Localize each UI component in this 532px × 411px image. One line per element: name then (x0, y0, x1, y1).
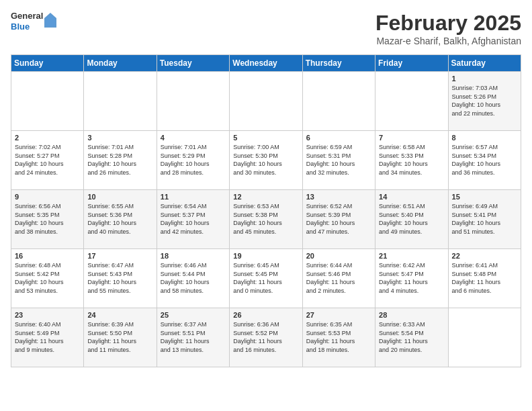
day-number: 22 (452, 252, 517, 260)
day-info: Sunrise: 6:48 AM Sunset: 5:42 PM Dayligh… (15, 261, 80, 295)
day-number: 11 (161, 193, 226, 201)
calendar-day-cell: 8Sunrise: 6:57 AM Sunset: 5:34 PM Daylig… (448, 131, 521, 190)
day-number: 6 (306, 134, 371, 142)
day-info: Sunrise: 6:40 AM Sunset: 5:49 PM Dayligh… (15, 320, 80, 354)
day-info: Sunrise: 6:41 AM Sunset: 5:48 PM Dayligh… (452, 261, 517, 295)
calendar-day-cell: 12Sunrise: 6:53 AM Sunset: 5:38 PM Dayli… (230, 190, 302, 249)
day-of-week-header: Thursday (302, 55, 375, 72)
logo-general: General (11, 11, 43, 21)
calendar-day-cell: 7Sunrise: 6:58 AM Sunset: 5:33 PM Daylig… (375, 131, 448, 190)
calendar-day-cell: 11Sunrise: 6:54 AM Sunset: 5:37 PM Dayli… (157, 190, 229, 249)
day-info: Sunrise: 7:00 AM Sunset: 5:30 PM Dayligh… (233, 143, 298, 177)
calendar-day-cell: 16Sunrise: 6:48 AM Sunset: 5:42 PM Dayli… (11, 249, 84, 308)
day-number: 20 (306, 252, 371, 260)
day-info: Sunrise: 6:49 AM Sunset: 5:41 PM Dayligh… (452, 202, 517, 236)
calendar-day-cell: 25Sunrise: 6:37 AM Sunset: 5:51 PM Dayli… (157, 308, 229, 367)
day-number: 9 (15, 193, 80, 201)
calendar-day-cell (230, 72, 302, 131)
day-number: 24 (87, 311, 152, 319)
calendar-day-cell: 18Sunrise: 6:46 AM Sunset: 5:44 PM Dayli… (157, 249, 229, 308)
calendar-day-cell: 15Sunrise: 6:49 AM Sunset: 5:41 PM Dayli… (448, 190, 521, 249)
day-info: Sunrise: 6:54 AM Sunset: 5:37 PM Dayligh… (161, 202, 226, 236)
calendar-table: SundayMondayTuesdayWednesdayThursdayFrid… (11, 54, 521, 367)
day-number: 25 (161, 311, 226, 319)
day-info: Sunrise: 6:53 AM Sunset: 5:38 PM Dayligh… (233, 202, 298, 236)
day-info: Sunrise: 6:57 AM Sunset: 5:34 PM Dayligh… (452, 143, 517, 177)
day-info: Sunrise: 6:39 AM Sunset: 5:50 PM Dayligh… (87, 320, 152, 354)
calendar-day-cell: 6Sunrise: 6:59 AM Sunset: 5:31 PM Daylig… (302, 131, 375, 190)
day-info: Sunrise: 6:59 AM Sunset: 5:31 PM Dayligh… (306, 143, 371, 177)
calendar-day-cell: 28Sunrise: 6:33 AM Sunset: 5:54 PM Dayli… (375, 308, 448, 367)
day-info: Sunrise: 6:33 AM Sunset: 5:54 PM Dayligh… (379, 320, 444, 354)
day-number: 13 (306, 193, 371, 201)
calendar-day-cell: 17Sunrise: 6:47 AM Sunset: 5:43 PM Dayli… (84, 249, 157, 308)
day-number: 10 (87, 193, 152, 201)
day-info: Sunrise: 7:02 AM Sunset: 5:27 PM Dayligh… (15, 143, 80, 177)
day-info: Sunrise: 6:37 AM Sunset: 5:51 PM Dayligh… (161, 320, 226, 354)
day-of-week-header: Sunday (11, 55, 84, 72)
day-number: 16 (15, 252, 80, 260)
calendar-day-cell: 14Sunrise: 6:51 AM Sunset: 5:40 PM Dayli… (375, 190, 448, 249)
day-number: 1 (452, 75, 517, 83)
calendar-day-cell (84, 72, 157, 131)
day-number: 8 (452, 134, 517, 142)
day-info: Sunrise: 7:03 AM Sunset: 5:26 PM Dayligh… (452, 84, 517, 118)
logo-blue: Blue (11, 21, 43, 32)
day-info: Sunrise: 6:36 AM Sunset: 5:52 PM Dayligh… (233, 320, 298, 354)
day-info: Sunrise: 6:45 AM Sunset: 5:45 PM Dayligh… (233, 261, 298, 295)
day-info: Sunrise: 6:58 AM Sunset: 5:33 PM Dayligh… (379, 143, 444, 177)
calendar-day-cell (157, 72, 229, 131)
calendar-day-cell (11, 72, 84, 131)
calendar-day-cell: 22Sunrise: 6:41 AM Sunset: 5:48 PM Dayli… (448, 249, 521, 308)
calendar-day-cell: 13Sunrise: 6:52 AM Sunset: 5:39 PM Dayli… (302, 190, 375, 249)
month-title: February 2025 (375, 11, 521, 36)
calendar-week-row: 1Sunrise: 7:03 AM Sunset: 5:26 PM Daylig… (11, 72, 521, 131)
calendar-day-cell: 4Sunrise: 7:01 AM Sunset: 5:29 PM Daylig… (157, 131, 229, 190)
day-info: Sunrise: 6:47 AM Sunset: 5:43 PM Dayligh… (87, 261, 152, 295)
calendar-week-row: 23Sunrise: 6:40 AM Sunset: 5:49 PM Dayli… (11, 308, 521, 367)
day-number: 12 (233, 193, 298, 201)
calendar-day-cell: 3Sunrise: 7:01 AM Sunset: 5:28 PM Daylig… (84, 131, 157, 190)
day-number: 27 (306, 311, 371, 319)
calendar-day-cell: 20Sunrise: 6:44 AM Sunset: 5:46 PM Dayli… (302, 249, 375, 308)
day-number: 14 (379, 193, 444, 201)
day-info: Sunrise: 7:01 AM Sunset: 5:29 PM Dayligh… (161, 143, 226, 177)
day-info: Sunrise: 6:52 AM Sunset: 5:39 PM Dayligh… (306, 202, 371, 236)
calendar-day-cell (375, 72, 448, 131)
location-title: Mazar-e Sharif, Balkh, Afghanistan (375, 36, 521, 46)
calendar-week-row: 16Sunrise: 6:48 AM Sunset: 5:42 PM Dayli… (11, 249, 521, 308)
calendar-day-cell: 1Sunrise: 7:03 AM Sunset: 5:26 PM Daylig… (448, 72, 521, 131)
day-number: 4 (161, 134, 226, 142)
calendar-week-row: 2Sunrise: 7:02 AM Sunset: 5:27 PM Daylig… (11, 131, 521, 190)
calendar-day-cell: 24Sunrise: 6:39 AM Sunset: 5:50 PM Dayli… (84, 308, 157, 367)
day-of-week-header: Friday (375, 55, 448, 72)
day-number: 2 (15, 134, 80, 142)
day-info: Sunrise: 6:46 AM Sunset: 5:44 PM Dayligh… (161, 261, 226, 295)
calendar-day-cell: 5Sunrise: 7:00 AM Sunset: 5:30 PM Daylig… (230, 131, 302, 190)
day-number: 21 (379, 252, 444, 260)
title-block: February 2025 Mazar-e Sharif, Balkh, Afg… (375, 11, 521, 46)
calendar-day-cell: 23Sunrise: 6:40 AM Sunset: 5:49 PM Dayli… (11, 308, 84, 367)
calendar-day-cell: 19Sunrise: 6:45 AM Sunset: 5:45 PM Dayli… (230, 249, 302, 308)
day-info: Sunrise: 6:55 AM Sunset: 5:36 PM Dayligh… (87, 202, 152, 236)
calendar-header-row: SundayMondayTuesdayWednesdayThursdayFrid… (11, 55, 521, 72)
logo: General Blue (11, 11, 56, 32)
day-info: Sunrise: 6:42 AM Sunset: 5:47 PM Dayligh… (379, 261, 444, 295)
calendar-day-cell (302, 72, 375, 131)
calendar-day-cell (448, 308, 521, 367)
day-info: Sunrise: 7:01 AM Sunset: 5:28 PM Dayligh… (87, 143, 152, 177)
day-number: 26 (233, 311, 298, 319)
calendar-day-cell: 10Sunrise: 6:55 AM Sunset: 5:36 PM Dayli… (84, 190, 157, 249)
calendar-day-cell: 26Sunrise: 6:36 AM Sunset: 5:52 PM Dayli… (230, 308, 302, 367)
day-number: 18 (161, 252, 226, 260)
calendar-day-cell: 27Sunrise: 6:35 AM Sunset: 5:53 PM Dayli… (302, 308, 375, 367)
day-number: 17 (87, 252, 152, 260)
day-number: 5 (233, 134, 298, 142)
calendar-week-row: 9Sunrise: 6:56 AM Sunset: 5:35 PM Daylig… (11, 190, 521, 249)
calendar-day-cell: 21Sunrise: 6:42 AM Sunset: 5:47 PM Dayli… (375, 249, 448, 308)
day-of-week-header: Wednesday (230, 55, 302, 72)
day-number: 23 (15, 311, 80, 319)
page-header: General Blue February 2025 Mazar-e Shari… (11, 11, 521, 46)
day-of-week-header: Tuesday (157, 55, 229, 72)
day-info: Sunrise: 6:35 AM Sunset: 5:53 PM Dayligh… (306, 320, 371, 354)
